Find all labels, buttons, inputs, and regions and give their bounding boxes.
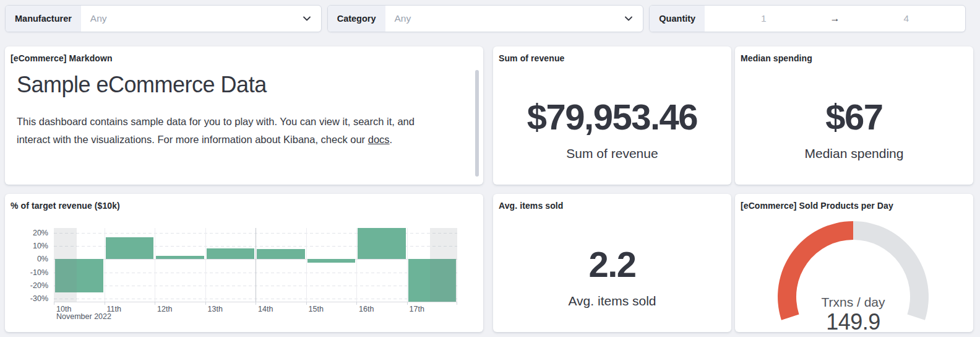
chevron-down-icon	[624, 14, 634, 24]
x-axis-tick-label: 12th	[157, 305, 172, 313]
manufacturer-filter-value[interactable]: Any	[81, 13, 302, 24]
manufacturer-filter-label: Manufacturer	[6, 6, 81, 32]
y-axis-tick-label: -30%	[30, 294, 48, 303]
x-axis-tick-label: 14th	[258, 305, 273, 313]
bar-15th[interactable]	[307, 259, 356, 262]
y-axis-tick-label: 20%	[33, 229, 48, 237]
median-spending-label: Median spending	[805, 146, 904, 161]
chevron-down-icon	[302, 14, 312, 24]
median-spending-panel: Median spending $67 Median spending	[735, 46, 973, 185]
panel-title: Sum of revenue	[493, 46, 731, 63]
sum-of-revenue-label: Sum of revenue	[566, 146, 658, 161]
gridline-vertical	[306, 228, 307, 302]
x-axis-tick-label: 17th	[410, 305, 424, 313]
partial-data-band	[54, 228, 77, 302]
quantity-filter[interactable]: Quantity 1 → 4	[649, 5, 966, 32]
avg-items-sold-panel: Avg. items sold 2.2 Avg. items sold	[493, 194, 731, 332]
avg-items-sold-label: Avg. items sold	[568, 294, 656, 309]
y-axis-tick-label: -20%	[30, 281, 48, 290]
panel-title: [eCommerce] Sold Products per Day	[735, 194, 973, 211]
panel-title: Avg. items sold	[493, 194, 731, 211]
bar-11th[interactable]	[106, 237, 154, 259]
bar-16th[interactable]	[358, 228, 406, 259]
x-axis-tick-mark	[105, 302, 105, 305]
gridline-vertical	[356, 228, 357, 302]
partial-data-band	[430, 228, 457, 302]
x-axis-tick-mark	[356, 302, 357, 305]
bar-13th[interactable]	[207, 248, 255, 259]
avg-items-sold-value: 2.2	[588, 247, 635, 282]
target-revenue-chart-panel: % of target revenue ($10k) 20%10%0%-10%-…	[5, 194, 483, 332]
markdown-paragraph: This dashboard contains sample data for …	[17, 113, 437, 148]
gridline-vertical	[205, 228, 206, 302]
bar-chart[interactable]: 20%10%0%-10%-20%-30%10th11th12th13th14th…	[54, 228, 457, 302]
x-axis-tick-mark	[306, 302, 307, 305]
median-spending-value: $67	[825, 99, 882, 135]
gridline-vertical	[407, 228, 408, 302]
x-axis-tick-mark	[54, 302, 54, 305]
manufacturer-filter[interactable]: Manufacturer Any	[5, 5, 322, 32]
y-axis-tick-label: 10%	[33, 242, 48, 250]
markdown-heading: Sample eCommerce Data	[17, 72, 461, 98]
quantity-to-input[interactable]: 4	[848, 13, 965, 24]
quantity-filter-label: Quantity	[650, 6, 705, 32]
category-filter-value[interactable]: Any	[385, 13, 624, 24]
x-axis-tick-mark	[256, 302, 256, 305]
markdown-text: .	[390, 134, 393, 145]
x-axis-tick-mark	[155, 302, 155, 305]
x-axis-tick-mark	[407, 302, 408, 305]
y-axis-tick-label: 0%	[37, 255, 48, 263]
x-axis-tick-label: 15th	[309, 305, 324, 313]
panel-title: % of target revenue ($10k)	[5, 194, 483, 211]
markdown-panel: [eCommerce] Markdown Sample eCommerce Da…	[5, 46, 483, 185]
quantity-from-input[interactable]: 1	[705, 13, 822, 24]
gauge-chart[interactable]: Trxns / day 149.9	[735, 213, 973, 332]
x-axis-tick-label: 13th	[208, 305, 223, 313]
filter-bar: Manufacturer Any Category Any Quantity 1…	[5, 5, 966, 32]
category-filter[interactable]: Category Any	[327, 5, 644, 32]
scrollbar-thumb[interactable]	[475, 70, 479, 177]
gridline-vertical	[256, 228, 256, 302]
y-axis-tick-label: -10%	[30, 268, 48, 277]
arrow-right-icon: →	[823, 13, 848, 24]
gridline-vertical	[155, 228, 155, 302]
x-axis-tick-mark	[205, 302, 206, 305]
sum-of-revenue-panel: Sum of revenue $79,953.46 Sum of revenue	[493, 46, 731, 185]
gauge-metric-label: Trxns / day	[791, 295, 915, 310]
x-axis-tick-label: 16th	[359, 305, 374, 313]
docs-link[interactable]: docs	[368, 134, 390, 145]
category-filter-label: Category	[328, 6, 385, 32]
panel-title: Median spending	[735, 46, 973, 63]
sold-products-gauge-panel: [eCommerce] Sold Products per Day Trxns …	[735, 194, 973, 332]
gridline-vertical	[105, 228, 105, 302]
x-axis-month-label: November 2022	[56, 312, 111, 321]
panel-title: [eCommerce] Markdown	[5, 46, 483, 63]
bar-12th[interactable]	[156, 256, 204, 259]
x-axis-tick-mark	[457, 302, 457, 305]
markdown-text: This dashboard contains sample data for …	[17, 116, 415, 145]
bar-14th[interactable]	[257, 249, 305, 260]
gauge-metric-value: 149.9	[791, 309, 915, 335]
sum-of-revenue-value: $79,953.46	[527, 99, 697, 135]
